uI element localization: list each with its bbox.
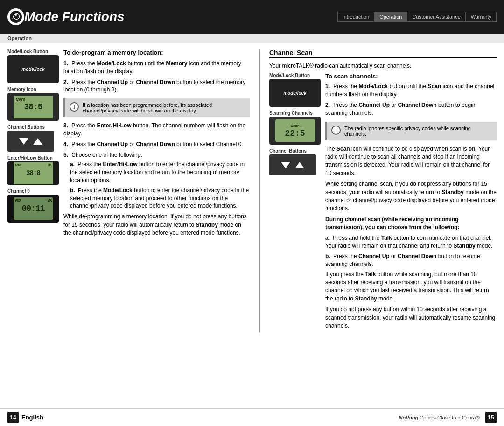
scanning-channels-label: Scanning Channels <box>269 111 321 116</box>
steps-list-cont: 3. Press the Enter/Hi•Low button. The ch… <box>63 122 250 210</box>
end-para-1: If you press the Talk button while scann… <box>325 271 497 303</box>
left-images: Mode/Lock Button mode/lock Memory Icon M… <box>7 49 59 240</box>
step-1: 1. Press the Mode/Lock button until the … <box>63 60 250 76</box>
scan-heading: To scan channels: <box>325 73 497 80</box>
header-left: Mode Functions <box>7 8 125 25</box>
page-number-right: 15 <box>485 412 497 423</box>
page-header: Mode Functions Introduction Operation Cu… <box>0 0 504 34</box>
right-column: Channel Scan Your microTALK® radio can a… <box>259 49 497 333</box>
step-5: 5. Choose one of the following: a. Press… <box>63 151 250 210</box>
step-3: 3. Press the Enter/Hi•Low button. The ch… <box>63 122 250 138</box>
footer-para-left: While de-programming a memory location, … <box>63 213 250 237</box>
memory-icon-image: Mem 38:5 <box>7 93 59 121</box>
during-sub-steps: a. Press and hold the Talk button to com… <box>325 234 497 268</box>
right-mode-lock-label: Mode/Lock Button <box>269 73 321 78</box>
during-b: b. Press the Channel Up or Channel Down … <box>325 252 497 268</box>
scan-step-1: 1. Press the Mode/Lock button until the … <box>325 83 497 98</box>
scan-lcd: Scan 22:5 <box>275 119 315 142</box>
info-icon-2: i <box>331 126 341 135</box>
svg-point-0 <box>10 11 22 23</box>
sub-step-a: a. Press the Enter/Hi•Low button to ente… <box>70 161 250 184</box>
info-box-1: i If a location has been programmed befo… <box>63 98 250 117</box>
left-text-content: To de-program a memory location: 1. Pres… <box>63 49 250 240</box>
channel-0-lcd: VOX WX 00:11 <box>14 197 53 220</box>
main-content: Mode/Lock Button mode/lock Memory Icon M… <box>0 43 504 338</box>
tagline-rest: Comes Close to a Cobra® <box>418 415 480 420</box>
left-section-heading: To de-program a memory location: <box>63 49 250 56</box>
breadcrumb: Operation <box>0 34 504 43</box>
right-text-content: To scan channels: 1. Press the Mode/Lock… <box>325 73 497 333</box>
right-intro: Your microTALK® radio can automatically … <box>269 62 497 70</box>
nav-operation[interactable]: Operation <box>374 12 407 22</box>
footer-right: Nothing Comes Close to a Cobra® 15 <box>399 412 497 423</box>
page-number-left: 14 <box>7 412 19 423</box>
step-2: 2. Press the Channel Up or Channel Down … <box>63 78 250 94</box>
memory-lcd: Mem 38:5 <box>14 96 53 118</box>
info-icon-1: i <box>70 102 79 112</box>
enter-hilow-image: Low Hi 38:8 <box>7 161 59 185</box>
channel-0-image: VOX WX 00:11 <box>7 195 59 223</box>
right-images: Mode/Lock Button mode/lock Scanning Chan… <box>269 73 321 333</box>
arrow-down-icon <box>19 138 28 145</box>
right-channel-buttons-image <box>269 154 316 175</box>
svg-point-1 <box>15 14 17 16</box>
arrow-up-icon <box>33 138 42 145</box>
during-bold-para: During channel scan (while receiving an … <box>325 216 497 232</box>
right-mode-lock-image: mode/lock <box>269 79 321 107</box>
tagline-bold: Nothing <box>399 415 419 420</box>
language-label: English <box>21 414 43 421</box>
nav-customer-assistance[interactable]: Customer Assistance <box>407 12 465 22</box>
left-column: Mode/Lock Button mode/lock Memory Icon M… <box>7 49 250 333</box>
nav-introduction[interactable]: Introduction <box>337 12 374 22</box>
channel-buttons-image <box>7 131 54 152</box>
page-title: Mode Functions <box>24 9 125 24</box>
scan-para-1: The Scan icon will continue to be displa… <box>325 145 497 178</box>
enter-hilow-label: Enter/Hi•Low Button <box>7 155 59 161</box>
right-arrow-down-icon <box>281 162 290 168</box>
channel-buttons-label: Channel Buttons <box>7 125 59 130</box>
page-footer: 14 English Nothing Comes Close to a Cobr… <box>0 408 504 426</box>
mode-lock-image: mode/lock <box>7 55 59 83</box>
header-nav: Introduction Operation Customer Assistan… <box>337 12 497 22</box>
info-box-text-2: The radio ignores specific privacy codes… <box>344 126 492 137</box>
right-arrow-up-icon <box>295 162 304 168</box>
memory-icon-label: Memory Icon <box>7 87 59 92</box>
scan-steps: 1. Press the Mode/Lock button until the … <box>325 83 497 117</box>
footer-left: 14 English <box>7 412 43 423</box>
scanning-channels-image: Scan 22:5 <box>269 117 321 145</box>
sub-step-b: b. Press the Mode/Lock button to enter t… <box>70 187 250 210</box>
step-4: 4. Press the Channel Up or Channel Down … <box>63 140 250 148</box>
enter-hilo-lcd: Low Hi 38:8 <box>14 162 53 184</box>
end-para-2: If you do not press any button within 10… <box>325 306 497 330</box>
nav-warranty[interactable]: Warranty <box>466 12 497 22</box>
info-box-text-1: If a location has been programmed before… <box>83 102 245 113</box>
right-channel-buttons-label: Channel Buttons <box>269 148 321 154</box>
scan-para-2: While setting channel scan, if you do no… <box>325 180 497 213</box>
channel-0-label: Channel 0 <box>7 189 59 194</box>
mode-lock-label: Mode/Lock Button <box>7 49 59 54</box>
steps-list: 1. Press the Mode/Lock button until the … <box>63 60 250 94</box>
scan-step-2: 2. Press the Channel Up or Channel Down … <box>325 101 497 117</box>
right-section-heading: Channel Scan <box>269 49 497 58</box>
sub-steps: a. Press the Enter/Hi•Low button to ente… <box>63 161 250 210</box>
cobra-logo-icon <box>7 8 24 25</box>
info-box-2: i The radio ignores specific privacy cod… <box>325 122 497 140</box>
during-a: a. Press and hold the Talk button to com… <box>325 234 497 250</box>
